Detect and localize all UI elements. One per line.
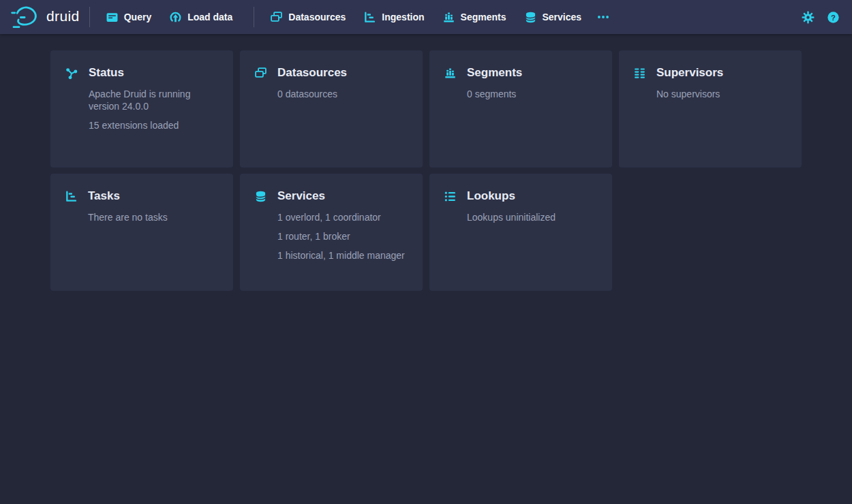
card-title: Tasks (88, 189, 168, 203)
nav-item-ingestion[interactable]: Ingestion (357, 7, 431, 27)
navbar-right: ? (800, 10, 841, 25)
card-text-line: 0 segments (467, 88, 522, 100)
application-icon (106, 12, 118, 23)
list-columns-icon (634, 67, 645, 79)
upload-icon (170, 12, 181, 23)
more-menu-button[interactable] (592, 7, 615, 27)
card-services[interactable]: Services 1 overlord, 1 coordinator1 rout… (240, 174, 423, 291)
help-button[interactable]: ? (825, 10, 841, 25)
multi-select-icon (255, 67, 267, 79)
brand-name: druid (46, 8, 80, 25)
card-lines: Lookups uninitialized (467, 211, 556, 223)
card-text-line: Lookups uninitialized (467, 211, 556, 223)
card-title: Segments (467, 66, 522, 80)
card-text-line: No supervisors (656, 88, 723, 100)
card-title: Services (277, 189, 405, 203)
card-text-line: 15 extensions loaded (89, 119, 221, 131)
card-supervisors[interactable]: Supervisors No supervisors (619, 50, 802, 168)
card-lines: Apache Druid is running version 24.0.015… (89, 88, 221, 131)
card-text-line: There are no tasks (88, 211, 168, 223)
nav-item-label: Segments (461, 12, 506, 22)
card-lines: 0 datasources (277, 88, 347, 100)
card-lookups[interactable]: Lookups Lookups uninitialized (429, 174, 612, 291)
main-nav: Query Load data Datasources Ingestion Se… (80, 7, 593, 27)
database-icon (255, 191, 267, 202)
card-lines: There are no tasks (88, 211, 168, 223)
gantt-chart-icon (65, 191, 77, 202)
navbar: druid Query Load data Datasources Ingest… (0, 0, 852, 34)
card-text-line: 1 historical, 1 middle manager (277, 249, 405, 262)
nav-group-1: Query Load data (89, 7, 245, 27)
nav-item-datasources[interactable]: Datasources (264, 7, 352, 27)
bar-chart-icon (443, 12, 455, 23)
nav-item-query[interactable]: Query (100, 7, 158, 27)
card-tasks[interactable]: Tasks There are no tasks (50, 174, 233, 291)
graph-icon (65, 67, 78, 80)
settings-button[interactable] (800, 10, 816, 25)
card-datasources[interactable]: Datasources 0 datasources (240, 50, 423, 168)
nav-item-label: Query (124, 12, 151, 22)
multi-select-icon (271, 12, 282, 23)
card-title: Lookups (467, 189, 556, 203)
card-segments[interactable]: Segments 0 segments (429, 50, 612, 168)
card-lines: No supervisors (656, 88, 723, 100)
card-title: Status (89, 66, 221, 80)
card-title: Datasources (277, 66, 347, 80)
nav-group-2: Datasources Ingestion Segments Services (254, 7, 593, 27)
card-text-line: 1 router, 1 broker (277, 230, 405, 242)
database-icon (525, 12, 536, 23)
brand-home-link[interactable]: druid (10, 5, 80, 29)
gantt-chart-icon (364, 12, 376, 23)
card-lines: 1 overlord, 1 coordinator1 router, 1 bro… (277, 211, 405, 262)
nav-item-label: Load data (187, 12, 232, 22)
nav-item-label: Datasources (288, 12, 346, 22)
more-icon (597, 11, 609, 23)
nav-item-label: Ingestion (382, 12, 424, 22)
bar-chart-icon (444, 67, 456, 79)
card-text-line: 1 overlord, 1 coordinator (277, 211, 405, 223)
help-icon: ? (827, 11, 840, 24)
card-text-line: Apache Druid is running version 24.0.0 (89, 88, 221, 112)
card-lines: 0 segments (467, 88, 522, 100)
druid-logo-icon (10, 5, 40, 29)
card-status[interactable]: Status Apache Druid is running version 2… (50, 50, 233, 168)
card-text-line: 0 datasources (277, 88, 347, 100)
properties-icon (444, 191, 456, 202)
nav-item-load-data[interactable]: Load data (163, 7, 239, 27)
nav-item-label: Services (543, 12, 582, 22)
nav-item-segments[interactable]: Segments (436, 7, 513, 27)
settings-gear-icon (802, 11, 815, 24)
svg-text:?: ? (831, 13, 836, 21)
home-view: Status Apache Druid is running version 2… (0, 34, 852, 291)
card-title: Supervisors (656, 66, 723, 80)
nav-item-services[interactable]: Services (518, 7, 589, 27)
status-cards-grid: Status Apache Druid is running version 2… (50, 50, 802, 291)
